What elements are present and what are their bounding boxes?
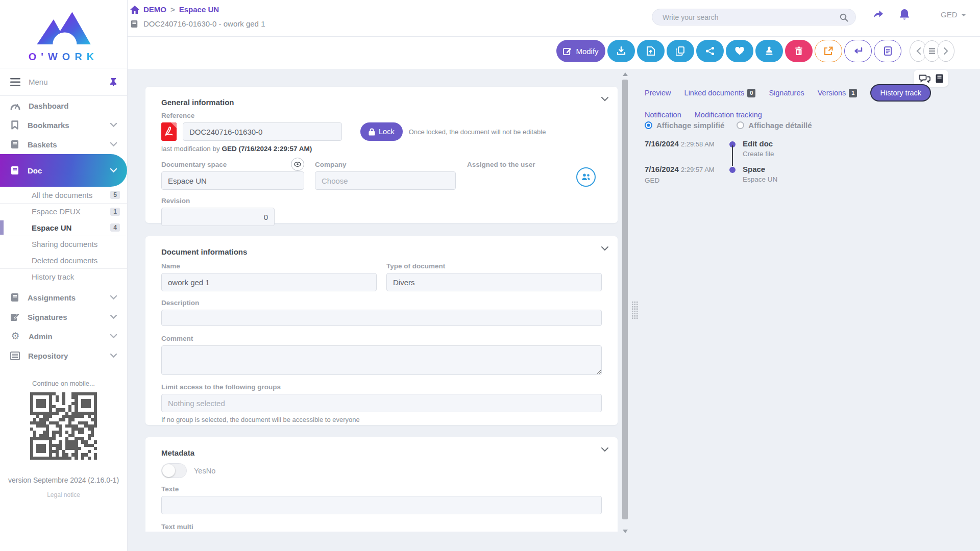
sidebar-item-label: Admin — [29, 332, 102, 341]
reference-input[interactable] — [183, 122, 342, 141]
tab-preview[interactable]: Preview — [645, 86, 671, 100]
tab-notification[interactable]: Notification — [645, 108, 681, 122]
tab-modification-tracking[interactable]: Modification tracking — [695, 108, 762, 122]
breadcrumb-home[interactable]: DEMO — [143, 5, 166, 14]
collapse-chevron-icon[interactable] — [601, 447, 608, 452]
document-icon — [130, 20, 138, 28]
chevron-down-icon — [110, 334, 117, 338]
document-outline-icon — [884, 46, 892, 56]
sidebar-item-signatures[interactable]: Signatures — [0, 307, 127, 327]
timeline-action: Space — [743, 165, 777, 173]
text-multi-label: Text multi — [161, 523, 602, 531]
account-menu[interactable]: GED — [941, 10, 966, 19]
chat-icon[interactable] — [919, 74, 930, 83]
modify-button[interactable]: Modify — [556, 40, 605, 62]
versions-count-badge: 1 — [849, 89, 857, 97]
yesno-toggle[interactable] — [161, 463, 187, 478]
sidebar-item-deleted-documents[interactable]: Deleted documents — [0, 252, 127, 268]
assign-users-button[interactable] — [576, 167, 596, 187]
breadcrumb-current[interactable]: Espace UN — [179, 5, 219, 14]
notes-icon[interactable] — [936, 74, 943, 83]
scroll-down-arrow[interactable] — [623, 530, 628, 533]
hamburger-icon[interactable] — [10, 78, 20, 86]
radio-affichage-simplifie[interactable]: Affichage simplifié — [645, 121, 724, 130]
company-label: Company — [315, 161, 456, 168]
texte-input[interactable] — [161, 496, 602, 514]
sidebar-item-espace-un[interactable]: Espace UN 4 — [0, 219, 127, 236]
favorite-button[interactable] — [726, 40, 753, 62]
search-input[interactable] — [663, 13, 836, 21]
company-input[interactable] — [315, 171, 456, 190]
bell-icon[interactable] — [898, 8, 911, 23]
breadcrumb: DEMO > Espace UN — [130, 5, 219, 14]
scroll-up-arrow[interactable] — [623, 72, 628, 76]
sidebar-item-doc[interactable]: Doc — [0, 154, 127, 187]
search-icon[interactable] — [840, 13, 848, 24]
sidebar-item-sharing-documents[interactable]: Sharing documents — [0, 236, 127, 252]
section-title: General information — [161, 98, 602, 107]
chevron-down-icon — [110, 315, 117, 319]
upload-file-button[interactable] — [637, 40, 665, 62]
delete-button[interactable] — [785, 40, 813, 62]
tab-linked-documents[interactable]: Linked documents0 — [684, 86, 756, 101]
timeline-detail: Create file — [743, 150, 774, 158]
legal-notice-link[interactable]: Legal notice — [0, 491, 127, 498]
stamp-button[interactable] — [755, 40, 783, 62]
share-button[interactable] — [696, 40, 724, 62]
sidebar-item-dashboard[interactable]: Dashboard — [0, 96, 127, 115]
open-external-button[interactable] — [815, 40, 842, 62]
name-input[interactable] — [161, 273, 377, 291]
reference-label: Reference — [161, 112, 602, 119]
panel-resize-handle[interactable] — [631, 301, 638, 319]
account-label: GED — [941, 10, 958, 19]
yesno-label: YesNo — [194, 467, 215, 475]
pin-icon[interactable] — [110, 78, 117, 86]
sidebar-item-espace-deux[interactable]: Espace DEUX 1 — [0, 203, 127, 219]
download-button[interactable] — [607, 40, 635, 62]
return-button[interactable] — [844, 40, 872, 62]
scrollbar-thumb[interactable] — [622, 80, 628, 519]
chevron-down-icon — [110, 168, 117, 172]
metadata-card: Metadata YesNo Texte Text multi — [145, 437, 618, 532]
description-input[interactable] — [161, 310, 602, 326]
menu-toggle[interactable]: Menu — [0, 68, 127, 96]
copy-button[interactable] — [667, 40, 694, 62]
lock-button[interactable]: Lock — [360, 122, 403, 141]
tab-history-track[interactable]: History track — [870, 84, 931, 102]
heart-icon — [735, 47, 744, 55]
collapse-chevron-icon[interactable] — [601, 97, 608, 102]
eye-icon[interactable] — [291, 158, 304, 171]
sidebar-item-assignments[interactable]: Assignments — [0, 288, 127, 307]
documentary-space-input[interactable] — [161, 171, 304, 190]
type-input[interactable] — [386, 273, 602, 291]
tab-signatures[interactable]: Signatures — [769, 86, 804, 100]
sidebar-item-baskets[interactable]: Baskets — [0, 135, 127, 154]
groups-input[interactable] — [161, 394, 602, 412]
comment-textarea[interactable] — [161, 345, 602, 375]
tab-versions[interactable]: Versions1 — [818, 86, 857, 101]
sidebar-item-bookmarks[interactable]: Bookmarks — [0, 115, 127, 135]
collapse-chevron-icon[interactable] — [601, 246, 608, 251]
brand-logo: O'WORK — [0, 0, 127, 68]
home-icon[interactable] — [130, 6, 139, 14]
share-arrow-icon[interactable] — [872, 8, 885, 22]
sidebar-item-all-documents[interactable]: All the documents 5 — [0, 187, 127, 203]
sidebar-item-label: Doc — [28, 166, 102, 175]
sidebar-item-admin[interactable]: ⚙ Admin — [0, 327, 127, 346]
count-badge: 4 — [110, 223, 120, 232]
comment-label: Comment — [161, 335, 602, 342]
sidebar-item-repository[interactable]: Repository — [0, 346, 127, 365]
sidebar-item-history-track[interactable]: History track — [0, 268, 127, 285]
chevron-right-icon — [944, 47, 948, 55]
radio-affichage-detaille[interactable]: Affichage détaillé — [737, 121, 812, 130]
radio-unselected-icon — [737, 121, 744, 129]
pencil-square-icon — [563, 47, 572, 56]
chevron-down-icon — [110, 354, 117, 358]
section-title: Document informations — [161, 247, 602, 256]
document-view-button[interactable] — [874, 40, 901, 62]
next-button[interactable] — [937, 40, 954, 62]
revision-input[interactable] — [161, 208, 275, 226]
document-title-row: DOC240716-01630-0 - owork ged 1 — [130, 19, 265, 28]
document-form-scroll-area: General information Reference Lock Once … — [145, 69, 618, 532]
header-divider — [128, 36, 980, 37]
